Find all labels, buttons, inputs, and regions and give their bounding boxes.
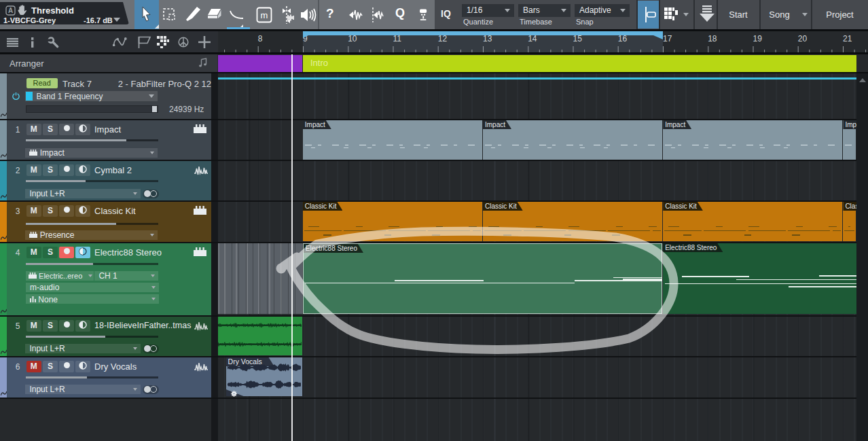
svg-text:A: A [8, 7, 13, 14]
svg-text:m: m [261, 10, 268, 20]
